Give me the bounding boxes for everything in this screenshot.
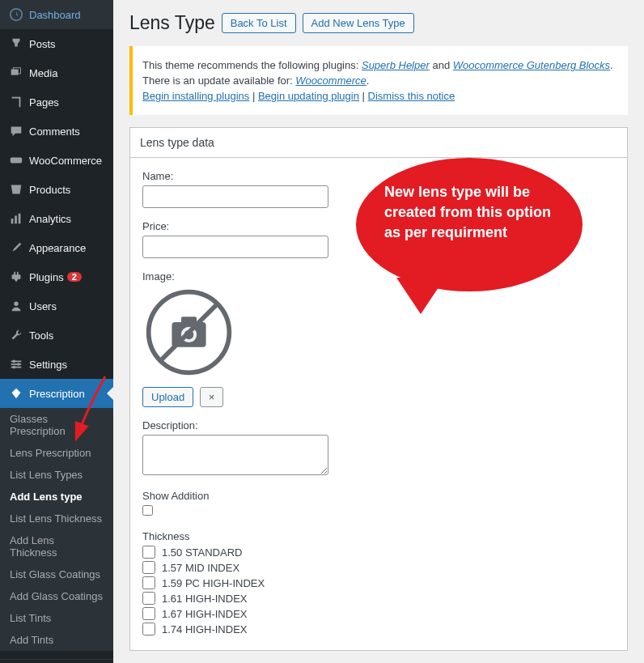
sidebar-item-label: Dashboard <box>29 9 81 21</box>
submenu-add-lens-thickness[interactable]: Add Lens Thickness <box>0 529 113 563</box>
notice-recommend-line: This theme recommends the following plug… <box>142 59 618 71</box>
thickness-checkbox-4[interactable] <box>142 607 155 620</box>
thickness-option: 1.61 HIGH-INDEX <box>142 592 615 605</box>
sidebar-item-label: Media <box>29 67 57 79</box>
sidebar-item-label: Products <box>29 184 70 196</box>
svg-point-14 <box>17 363 20 366</box>
sidebar-item-plugins[interactable]: Plugins 2 <box>0 262 113 291</box>
settings-icon <box>8 356 24 372</box>
annotation-callout: New lens type will be created from this … <box>356 158 583 283</box>
thickness-option: 1.67 HIGH-INDEX <box>142 607 615 620</box>
show-addition-label: Show Addition <box>142 490 615 502</box>
begin-installing-link[interactable]: Begin installing plugins <box>142 90 249 102</box>
sidebar-item-dashboard[interactable]: Dashboard <box>0 0 113 29</box>
sidebar-item-label: Posts <box>29 38 56 50</box>
sidebar-item-analytics[interactable]: Analytics <box>0 204 113 233</box>
sidebar-item-media[interactable]: Media <box>0 58 113 87</box>
page-header: Lens Type Back To List Add New Lens Type <box>129 0 628 46</box>
sidebar-item-label: Prescription <box>29 388 85 400</box>
thickness-option: 1.59 PC HIGH-INDEX <box>142 576 615 589</box>
svg-point-13 <box>13 360 16 363</box>
svg-rect-4 <box>11 99 19 109</box>
begin-updating-link[interactable]: Begin updating plugin <box>258 90 359 102</box>
sidebar-item-products[interactable]: Products <box>0 175 113 204</box>
sidebar-item-woocommerce[interactable]: WooCommerce <box>0 146 113 175</box>
thickness-option: 1.50 STANDARD <box>142 546 615 559</box>
prescription-submenu: Glasses Prescription Lens Prescription L… <box>0 408 113 651</box>
svg-rect-19 <box>181 317 197 325</box>
sidebar-item-pages[interactable]: Pages <box>0 87 113 117</box>
dashboard-icon <box>8 6 24 23</box>
superb-helper-link[interactable]: Superb Helper <box>362 59 430 71</box>
thickness-checkbox-1[interactable] <box>142 561 155 574</box>
submenu-add-tints[interactable]: Add Tints <box>0 629 113 651</box>
plugins-update-badge: 2 <box>67 272 82 282</box>
submenu-glasses-prescription[interactable]: Glasses Prescription <box>0 408 113 442</box>
sidebar-item-tools[interactable]: Tools <box>0 321 113 350</box>
sidebar-item-settings[interactable]: Settings <box>0 350 113 379</box>
sidebar-item-label: Comments <box>29 125 80 138</box>
thickness-checkbox-0[interactable] <box>142 546 155 559</box>
pin-icon <box>8 36 24 52</box>
thickness-label: Thickness <box>142 530 615 542</box>
svg-rect-7 <box>15 215 17 223</box>
thickness-option: 1.57 MID INDEX <box>142 561 615 574</box>
sidebar-item-prescription[interactable]: Prescription <box>0 379 113 408</box>
back-to-list-button[interactable]: Back To List <box>222 13 296 33</box>
page-title: Lens Type <box>129 12 215 34</box>
submenu-list-glass-coatings[interactable]: List Glass Coatings <box>0 563 113 585</box>
svg-point-9 <box>14 302 18 306</box>
gutenberg-blocks-link[interactable]: Woocommerce Gutenberg Blocks <box>453 59 610 71</box>
plugin-notice: This theme recommends the following plug… <box>129 46 628 115</box>
clear-image-button[interactable]: × <box>200 387 224 407</box>
add-new-lens-type-button[interactable]: Add New Lens Type <box>303 13 414 33</box>
woo-icon <box>8 152 24 168</box>
sidebar-item-posts[interactable]: Posts <box>0 29 113 58</box>
name-input[interactable] <box>142 185 328 208</box>
svg-rect-1 <box>11 70 19 75</box>
thickness-option: 1.74 HIGH-INDEX <box>142 623 615 635</box>
thickness-checkbox-3[interactable] <box>142 592 155 605</box>
wrench-icon <box>8 327 24 343</box>
sidebar-item-users[interactable]: Users <box>0 291 113 321</box>
sidebar-item-comments[interactable]: Comments <box>0 117 113 146</box>
price-input[interactable] <box>142 236 328 258</box>
callout-text: New lens type will be created from this … <box>384 184 551 240</box>
sidebar-item-label: Users <box>29 300 57 312</box>
sidebar-item-label: Plugins <box>29 271 64 283</box>
submenu-lens-prescription[interactable]: Lens Prescription <box>0 442 113 464</box>
svg-rect-6 <box>11 219 14 223</box>
submenu-add-lens-type[interactable]: Add Lens type <box>0 486 113 508</box>
svg-rect-5 <box>11 157 22 163</box>
submenu-list-tints[interactable]: List Tints <box>0 607 113 629</box>
show-addition-checkbox[interactable] <box>142 505 153 516</box>
submenu-list-lens-types[interactable]: List Lens Types <box>0 464 113 486</box>
comment-icon <box>8 123 24 139</box>
admin-sidebar: Dashboard Posts Media Pages Comments Woo… <box>0 0 113 663</box>
svg-rect-8 <box>19 214 21 224</box>
callout-bubble: New lens type will be created from this … <box>356 158 583 291</box>
analytics-icon <box>8 210 24 227</box>
notice-update-line: There is an update available for: Woocom… <box>142 74 618 87</box>
collapse-menu-button[interactable]: Collapse menu <box>0 659 113 663</box>
upload-button[interactable]: Upload <box>142 387 193 407</box>
plugin-icon <box>8 269 24 285</box>
description-label: Description: <box>142 419 615 431</box>
submenu-list-lens-thickness[interactable]: List Lens Thickness <box>0 508 113 529</box>
sidebar-item-label: Tools <box>29 329 53 342</box>
brush-icon <box>8 240 24 256</box>
dismiss-notice-link[interactable]: Dismiss this notice <box>368 90 455 102</box>
sidebar-item-label: Appearance <box>29 242 86 254</box>
sidebar-item-appearance[interactable]: Appearance <box>0 233 113 262</box>
product-icon <box>8 181 24 198</box>
sidebar-item-label: WooCommerce <box>29 155 102 167</box>
diamond-icon <box>8 385 24 402</box>
panel-title: Lens type data <box>130 128 627 158</box>
thickness-checkbox-2[interactable] <box>142 576 155 589</box>
woocommerce-link[interactable]: Woocommerce <box>295 74 366 87</box>
thickness-checkbox-5[interactable] <box>142 623 155 635</box>
sidebar-item-label: Analytics <box>29 213 71 225</box>
description-input[interactable] <box>142 435 328 475</box>
sidebar-item-label: Pages <box>29 96 59 108</box>
submenu-add-glass-coatings[interactable]: Add Glass Coatings <box>0 585 113 607</box>
